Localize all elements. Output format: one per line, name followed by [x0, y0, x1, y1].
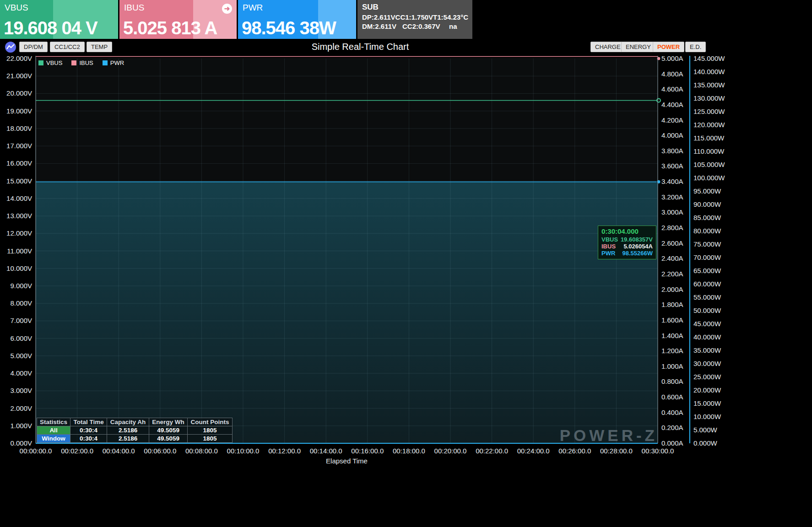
- current-tick-label: 3.600A: [661, 162, 683, 170]
- voltage-tick-label: 16.000V: [6, 159, 32, 167]
- stats-cell: 1805: [188, 426, 233, 435]
- time-tick-label: 00:26:00.0: [558, 447, 591, 455]
- cc2-reading: CC2:0.367V: [402, 22, 449, 30]
- time-tick-label: 00:24:00.0: [517, 447, 550, 455]
- legend-item-pwr[interactable]: PWR: [103, 59, 124, 66]
- tab-temp[interactable]: TEMP: [87, 42, 112, 52]
- ed-button[interactable]: E.D.: [685, 42, 706, 52]
- current-tick-label: 2.400A: [661, 254, 683, 262]
- power-tick-label: 35.000W: [693, 346, 721, 354]
- chart-icon[interactable]: [5, 41, 16, 53]
- stats-cell: 2.5186: [107, 426, 149, 435]
- voltage-tick-label: 6.000V: [10, 334, 32, 342]
- voltage-tick-label: 8.000V: [10, 299, 32, 307]
- power-tick-label: 40.000W: [693, 333, 721, 341]
- current-tick-label: 3.400A: [661, 177, 683, 185]
- vbus-label: VBUS: [5, 3, 28, 13]
- t1-reading: T1:54.23°C: [433, 13, 468, 21]
- stats-col-header: Capacity Ah: [107, 418, 149, 426]
- voltage-tick-label: 17.000V: [6, 142, 32, 150]
- legend-item-ibus[interactable]: IBUS: [71, 59, 93, 66]
- energy-button[interactable]: ENERGY: [621, 42, 655, 52]
- current-tick-label: 1.400A: [661, 332, 683, 339]
- stats-window-toggle[interactable]: Window: [37, 435, 70, 443]
- vbus-metric-card[interactable]: VBUS 19.608 04 V: [0, 0, 118, 39]
- stats-all-toggle[interactable]: All: [37, 426, 70, 435]
- legend-item-vbus[interactable]: VBUS: [38, 59, 62, 66]
- ibus-label: IBUS: [124, 3, 144, 13]
- stats-col-header: Count Points: [188, 418, 233, 426]
- current-tick-label: 5.000A: [661, 55, 683, 62]
- time-tick-label: 00:28:00.0: [600, 447, 633, 455]
- voltage-tick-label: 5.000V: [10, 352, 32, 360]
- ibus-metric-card[interactable]: IBUS ➜ 5.025 813 A: [119, 0, 237, 39]
- current-tick-label: 4.400A: [661, 101, 683, 108]
- power-tick-label: 115.000W: [693, 134, 725, 142]
- power-tick-label: 50.000W: [693, 307, 721, 314]
- power-tick-label: 80.000W: [693, 227, 721, 235]
- realtime-chart[interactable]: 0.000V1.000V2.000V3.000V4.000V5.000V6.00…: [0, 55, 812, 469]
- page-title: Simple Real-Time Chart: [312, 42, 409, 52]
- power-tick-label: 10.000W: [693, 413, 721, 420]
- power-tick-label: 0.000W: [693, 439, 718, 447]
- pwr-area-fill: [36, 182, 658, 443]
- power-tick-label: 75.000W: [693, 240, 721, 248]
- current-tick-label: 3.800A: [661, 147, 683, 155]
- tooltip-pwr-label: PWR: [601, 250, 615, 257]
- voltage-tick-label: 9.000V: [10, 282, 32, 290]
- power-tick-label: 105.000W: [693, 161, 725, 168]
- chart-tooltip: 0:30:04.000 VBUS 19.608357V IBUS 5.02605…: [598, 226, 656, 259]
- chart-legend: VBUS IBUS PWR: [38, 59, 124, 66]
- ibus-swatch-icon: [71, 60, 76, 65]
- current-tick-label: 4.200A: [661, 116, 683, 124]
- tooltip-ibus-value: 5.026054A: [623, 243, 653, 250]
- tab-cc1cc2[interactable]: CC1/CC2: [50, 42, 85, 52]
- voltage-tick-label: 15.000V: [6, 177, 32, 185]
- time-tick-label: 00:08:00.0: [185, 447, 218, 455]
- power-tick-label: 130.000W: [693, 94, 725, 102]
- power-button[interactable]: POWER: [653, 42, 684, 52]
- time-tick-label: 00:06:00.0: [144, 447, 176, 455]
- stats-row-window: Window 0:30:4 2.5186 49.5059 1805: [37, 435, 233, 443]
- tooltip-vbus-value: 19.608357V: [621, 236, 653, 243]
- power-tick-label: 90.000W: [693, 200, 721, 208]
- time-tick-label: 00:02:00.0: [61, 447, 93, 455]
- tooltip-pwr-value: 98.55266W: [623, 250, 653, 257]
- statistics-table: Statistics Total Time Capacity Ah Energy…: [37, 418, 233, 443]
- voltage-tick-label: 22.000V: [6, 55, 32, 62]
- voltage-tick-label: 10.000V: [6, 264, 32, 272]
- time-tick-label: 00:16:00.0: [351, 447, 384, 455]
- tooltip-ibus-label: IBUS: [601, 243, 616, 250]
- power-tick-label: 140.000W: [693, 68, 725, 75]
- stats-cell: 49.5059: [149, 435, 188, 443]
- voltage-tick-label: 1.000V: [10, 422, 32, 430]
- ibus-value: 5.025 813 A: [123, 18, 217, 38]
- stats-col-header: Total Time: [70, 418, 107, 426]
- voltage-tick-label: 7.000V: [10, 317, 32, 324]
- t2-reading: na: [449, 22, 457, 30]
- time-tick-label: 00:04:00.0: [103, 447, 135, 455]
- voltage-tick-label: 13.000V: [6, 212, 32, 220]
- power-tick-label: 5.000W: [693, 426, 718, 434]
- voltage-tick-label: 21.000V: [6, 72, 32, 80]
- power-tick-label: 110.000W: [693, 147, 725, 155]
- power-tick-label: 85.000W: [693, 214, 721, 221]
- tab-dpdm[interactable]: DP/DM: [19, 42, 48, 52]
- current-tick-label: 1.200A: [661, 347, 683, 355]
- voltage-tick-label: 4.000V: [10, 369, 32, 377]
- stats-row-all: All 0:30:4 2.5186 49.5059 1805: [37, 426, 233, 435]
- time-tick-label: 00:18:00.0: [393, 447, 425, 455]
- charge-button[interactable]: CHARGE: [590, 42, 625, 52]
- current-tick-label: 4.800A: [661, 70, 683, 78]
- time-tick-label: 00:22:00.0: [476, 447, 508, 455]
- current-tick-label: 1.000A: [661, 362, 683, 370]
- voltage-tick-label: 0.000V: [10, 439, 32, 447]
- power-tick-label: 100.000W: [693, 174, 725, 182]
- pwr-endpoint-marker: [657, 180, 660, 183]
- pwr-metric-card[interactable]: PWR 98.546 38W: [238, 0, 356, 39]
- power-tick-label: 30.000W: [693, 360, 721, 367]
- current-tick-label: 0.200A: [661, 424, 683, 431]
- toolbar: DP/DM CC1/CC2 TEMP Simple Real-Time Char…: [0, 39, 812, 55]
- current-tick-label: 0.800A: [661, 377, 683, 385]
- stats-col-header: Statistics: [37, 418, 70, 426]
